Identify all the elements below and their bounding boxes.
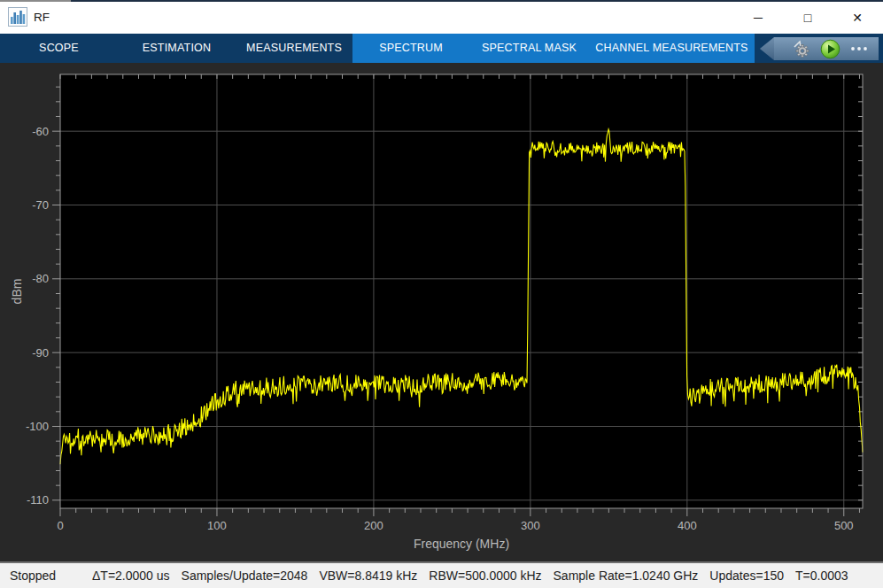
y-axis-label: dBm [10,279,24,305]
status-metric: T=0.0003 [795,569,848,583]
tab-spectral-mask[interactable]: SPECTRAL MASK [469,34,589,63]
y-axis-tick-label: -90 [32,346,49,360]
status-metric: ΔT=2.0000 us [92,569,170,583]
x-axis-tick-label: 0 [57,519,63,532]
x-axis-tick-label: 200 [364,519,383,532]
run-button[interactable] [820,39,840,59]
window-title: RF [34,2,50,34]
step-forward-button[interactable] [793,40,810,58]
playback-toolbar [760,37,879,60]
tab-measurements[interactable]: MEASUREMENTS [236,34,352,63]
main-tab-bar: SCOPEESTIMATIONMEASUREMENTS [0,34,352,63]
y-axis-tick-label: -110 [27,493,49,507]
figure-area: -110-100-90-80-70-600100200300400500Freq… [0,63,883,561]
tab-scope[interactable]: SCOPE [0,34,118,63]
status-state: Stopped [10,563,56,588]
spectrum-plot[interactable]: -110-100-90-80-70-600100200300400500Freq… [0,63,883,561]
toolstrip: SCOPEESTIMATIONMEASUREMENTS SPECTRUMSPEC… [0,34,883,63]
status-metric: Samples/Update=2048 [182,569,308,583]
x-axis-tick-label: 400 [678,519,697,532]
tab-estimation[interactable]: ESTIMATION [118,34,236,63]
step-forward-icon [793,40,810,58]
contextual-tab-bar: SPECTRUMSPECTRAL MASKCHANNEL MEASUREMENT… [352,34,755,63]
title-bar: RF ─ □ ✕ [0,2,883,34]
minimize-button[interactable]: ─ [733,2,783,34]
run-icon [820,39,840,59]
y-axis-tick-label: -100 [26,420,49,433]
status-bar: Stopped ΔT=2.0000 usSamples/Update=2048V… [0,561,883,588]
tab-spectrum[interactable]: SPECTRUM [352,34,469,63]
y-axis-tick-label: -70 [32,198,49,212]
status-metric: Sample Rate=1.0240 GHz [554,569,699,583]
more-options-button[interactable] [850,45,868,52]
tab-channel-measurements[interactable]: CHANNEL MEASUREMENTS [589,34,755,63]
x-axis-tick-label: 100 [207,519,227,532]
y-axis-tick-label: -80 [32,272,49,285]
spectrum-analyzer-window: RF ─ □ ✕ SCOPEESTIMATIONMEASUREMENTS SPE… [0,0,883,588]
plot-background [60,74,863,508]
x-axis-tick-label: 300 [521,519,540,532]
status-metric: Updates=150 [709,569,784,583]
close-button[interactable]: ✕ [833,2,882,34]
ellipsis-icon [850,45,868,52]
status-metric: VBW=8.8419 kHz [319,569,417,583]
x-axis-tick-label: 500 [834,519,854,532]
window-controls: ─ □ ✕ [733,2,882,34]
status-metrics: ΔT=2.0000 usSamples/Update=2048VBW=8.841… [92,563,860,588]
status-metric: RBW=500.0000 kHz [429,569,541,583]
maximize-button[interactable]: □ [783,2,833,34]
x-axis-label: Frequency (MHz) [414,537,509,551]
spectrum-analyzer-icon [8,7,27,27]
y-axis-tick-label: -60 [32,125,49,138]
